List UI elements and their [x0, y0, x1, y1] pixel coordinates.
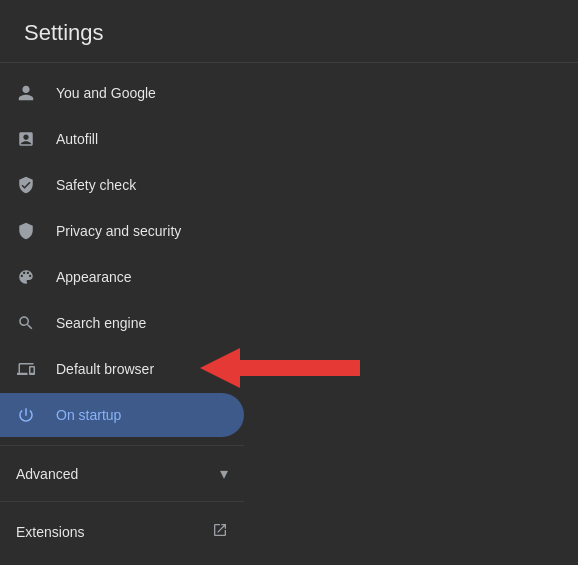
external-link-icon [212, 522, 228, 542]
settings-container: Settings You and Google Autofill Safety … [0, 0, 578, 565]
sidebar-item-about-chrome[interactable]: About Chrome [0, 554, 244, 565]
sidebar-item-label: Appearance [56, 269, 132, 285]
settings-header: Settings [0, 0, 578, 63]
sidebar-item-you-and-google[interactable]: You and Google [0, 71, 244, 115]
sidebar-item-autofill[interactable]: Autofill [0, 117, 244, 161]
settings-title: Settings [24, 20, 554, 46]
browser-icon [16, 359, 36, 379]
sidebar-item-label: You and Google [56, 85, 156, 101]
extensions-label: Extensions [16, 524, 212, 540]
sidebar-item-search-engine[interactable]: Search engine [0, 301, 244, 345]
shield-icon [16, 221, 36, 241]
sidebar-item-label: Privacy and security [56, 223, 181, 239]
safety-icon [16, 175, 36, 195]
sidebar-item-label: Default browser [56, 361, 154, 377]
sidebar: You and Google Autofill Safety check Pri… [0, 63, 260, 565]
sidebar-item-privacy-security[interactable]: Privacy and security [0, 209, 244, 253]
extensions-row[interactable]: Extensions [0, 510, 244, 554]
chevron-down-icon: ▾ [220, 464, 228, 483]
sidebar-item-label: Safety check [56, 177, 136, 193]
power-icon [16, 405, 36, 425]
advanced-label: Advanced [16, 466, 220, 482]
sidebar-item-default-browser[interactable]: Default browser [0, 347, 244, 391]
advanced-row[interactable]: Advanced ▾ [0, 454, 244, 493]
sidebar-item-safety-check[interactable]: Safety check [0, 163, 244, 207]
sidebar-item-on-startup[interactable]: On startup [0, 393, 244, 437]
sidebar-item-label: On startup [56, 407, 121, 423]
search-icon [16, 313, 36, 333]
person-icon [16, 83, 36, 103]
autofill-icon [16, 129, 36, 149]
sidebar-item-label: Autofill [56, 131, 98, 147]
divider [0, 445, 244, 446]
palette-icon [16, 267, 36, 287]
sidebar-item-appearance[interactable]: Appearance [0, 255, 244, 299]
sidebar-item-label: Search engine [56, 315, 146, 331]
divider-2 [0, 501, 244, 502]
